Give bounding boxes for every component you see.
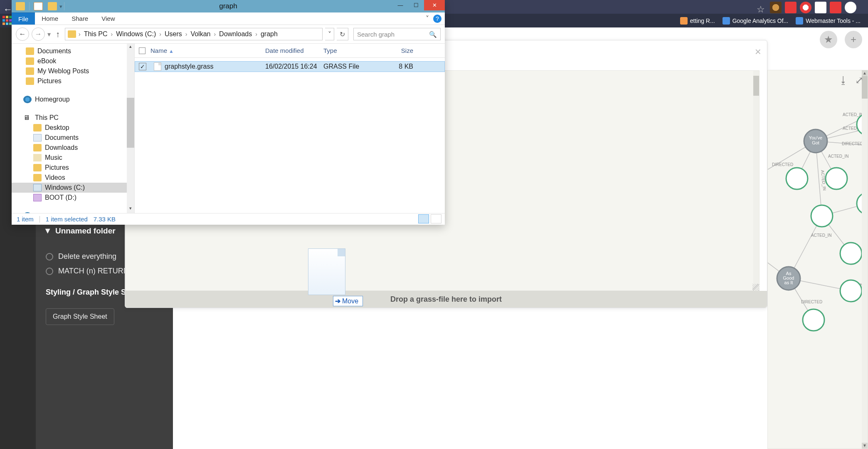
quick-access-toolbar: ▾ [13, 2, 66, 10]
svg-point-27 [840, 243, 862, 264]
properties-icon[interactable] [34, 2, 43, 10]
bookmark-item[interactable]: Webmaster Tools - ... [796, 17, 861, 25]
tree-item[interactable]: BOOT (D:) [12, 193, 134, 203]
tree-item[interactable]: Documents [12, 46, 134, 56]
tree-item[interactable]: eBook [12, 56, 134, 66]
nav-up-button[interactable]: ↑ [53, 30, 62, 39]
extension-icon[interactable] [770, 2, 782, 13]
ribbon-tabs: File Home Share View ˅ ? [12, 12, 445, 25]
tab-share[interactable]: Share [65, 12, 95, 25]
apps-icon[interactable] [2, 16, 12, 26]
breadcrumb-item[interactable]: Windows (C:) [113, 30, 158, 38]
tab-file[interactable]: File [12, 12, 35, 25]
tree-item-homegroup[interactable]: Homegroup [12, 94, 134, 104]
breadcrumb-item[interactable]: This PC [81, 30, 110, 38]
breadcrumb-item[interactable]: Users [162, 30, 185, 38]
folder-icon[interactable] [16, 2, 25, 10]
breadcrumb-item[interactable]: graph [258, 30, 280, 38]
scrollbar[interactable]: ▴▾ [127, 44, 134, 213]
column-type[interactable]: Type [323, 47, 380, 54]
breadcrumb-item[interactable]: Downloads [217, 30, 254, 38]
new-folder-icon[interactable] [48, 2, 57, 10]
row-checkbox[interactable]: ✓ [139, 63, 146, 70]
tree-item[interactable]: Downloads [12, 143, 134, 153]
minimize-button[interactable]: — [392, 0, 408, 10]
bookmark-item[interactable]: Google Analytics Of... [723, 17, 789, 25]
drive-icon [33, 194, 42, 201]
column-headers: Name▲ Date modified Type Size [135, 44, 445, 58]
music-icon [33, 154, 42, 161]
nav-forward-button[interactable]: → [32, 27, 45, 41]
scrollbar[interactable] [753, 71, 759, 284]
resize-handle-icon[interactable] [752, 284, 759, 290]
view-icons-button[interactable] [431, 214, 441, 223]
folder-icon [26, 77, 34, 85]
tab-home[interactable]: Home [35, 12, 65, 25]
chevron-down-icon[interactable]: ▾ [47, 30, 51, 38]
star-icon[interactable]: ★ [820, 31, 837, 48]
chevron-right-icon[interactable]: › [78, 31, 81, 37]
tree-item-thispc[interactable]: This PC [12, 113, 134, 123]
graph-style-sheet-button[interactable]: Graph Style Sheet [46, 308, 114, 325]
download-icon[interactable]: ⭳ [838, 74, 848, 86]
tree-item-windows-c[interactable]: Windows (C:) [12, 183, 134, 193]
scrollbar[interactable]: ▲▼ [862, 70, 868, 449]
file-row[interactable]: ✓ graphstyle.grass 16/02/2015 16:24 GRAS… [135, 61, 445, 72]
file-modified: 16/02/2015 16:24 [265, 63, 323, 70]
chevron-right-icon[interactable]: › [213, 31, 217, 37]
drag-ghost-file-icon [308, 248, 350, 298]
tree-item[interactable]: Documents [12, 133, 134, 143]
extension-icon[interactable] [815, 2, 826, 13]
tree-item[interactable]: Desktop [12, 123, 134, 133]
chevron-down-icon[interactable]: ▾ [59, 3, 62, 10]
extension-icon[interactable] [845, 2, 856, 13]
favicon-icon [796, 17, 803, 25]
plus-icon[interactable]: + [845, 31, 862, 48]
folder-icon [33, 124, 42, 131]
tree-item[interactable]: Music [12, 153, 134, 163]
select-all-checkbox[interactable] [139, 47, 145, 54]
tree-item[interactable]: My Weblog Posts [12, 66, 134, 76]
chevron-right-icon[interactable]: › [158, 31, 162, 37]
chevron-right-icon[interactable]: › [185, 31, 188, 37]
extension-icon[interactable] [800, 2, 811, 13]
expand-icon[interactable]: ⤢ [855, 74, 863, 86]
chevron-right-icon[interactable]: › [254, 31, 258, 37]
view-details-button[interactable] [418, 214, 429, 223]
tree-item[interactable]: Pictures [12, 76, 134, 86]
help-icon[interactable]: ? [433, 15, 441, 23]
address-bar[interactable]: › This PC› Windows (C:)› Users› Volkan› … [65, 28, 323, 40]
bookmark-item[interactable]: etting R... [680, 17, 715, 25]
folder-icon [68, 30, 76, 38]
column-modified[interactable]: Date modified [265, 47, 323, 54]
column-name[interactable]: Name▲ [150, 47, 265, 54]
homegroup-icon [23, 96, 32, 103]
extension-icon[interactable] [785, 2, 796, 13]
refresh-button[interactable]: ↻ [337, 28, 348, 40]
file-type: GRASS File [323, 63, 380, 70]
column-size[interactable]: Size [380, 47, 419, 54]
close-icon[interactable]: × [755, 45, 761, 58]
documents-icon [33, 134, 42, 141]
chevron-down-icon[interactable]: ˅ [426, 15, 429, 22]
window-titlebar[interactable]: ▾ graph — ☐ ✕ [12, 0, 445, 12]
tree-item[interactable]: Videos [12, 173, 134, 183]
file-listing: Name▲ Date modified Type Size ✓ graphsty… [135, 44, 445, 213]
search-input[interactable]: Search graph 🔍 [353, 28, 441, 40]
drop-target[interactable]: Drop a grass-file here to import [125, 291, 767, 308]
address-dropdown[interactable]: ˅ [325, 28, 334, 40]
move-tooltip: ➔Move [333, 296, 363, 306]
nav-back-button[interactable]: ← [16, 27, 29, 41]
svg-point-28 [840, 280, 862, 302]
graph-canvas[interactable]: ACTED_IN ACTED_IN ACTED_IN ACTED_IN DIRE… [768, 70, 868, 337]
status-bar: 1 item 1 item selected 7.33 KB [12, 213, 445, 225]
tree-item[interactable]: Pictures [12, 163, 134, 173]
maximize-button[interactable]: ☐ [408, 0, 424, 10]
breadcrumb-item[interactable]: Volkan [188, 30, 213, 38]
close-button[interactable]: ✕ [424, 0, 445, 10]
tab-view[interactable]: View [95, 12, 121, 25]
sort-asc-icon: ▲ [169, 48, 174, 54]
chevron-right-icon[interactable]: › [110, 31, 114, 37]
svg-point-24 [826, 168, 847, 189]
extension-icon[interactable] [830, 2, 841, 13]
